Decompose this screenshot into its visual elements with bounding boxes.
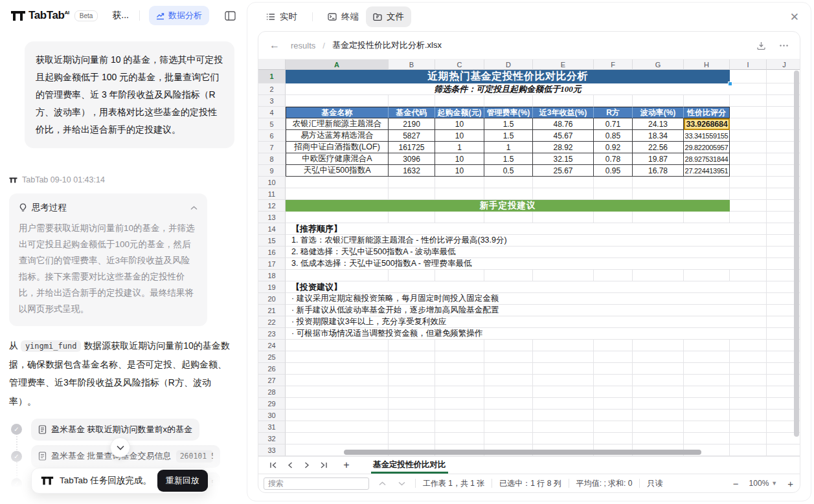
- row-header-12[interactable]: 12: [258, 200, 286, 212]
- chat-scroll-area[interactable]: 获取近期访问量前 10 的基金，筛选其中可定投且起购金额低于 100 元的基金，…: [0, 31, 245, 504]
- cell[interactable]: [633, 375, 684, 386]
- cell[interactable]: [286, 421, 389, 433]
- table-data-cell[interactable]: 25.67: [533, 165, 594, 177]
- cell[interactable]: [730, 281, 767, 293]
- cell[interactable]: [286, 410, 389, 421]
- cell[interactable]: [684, 398, 730, 410]
- cell[interactable]: [435, 398, 484, 410]
- row-header-23[interactable]: 23: [258, 328, 286, 340]
- cell[interactable]: [633, 212, 684, 223]
- row-header-25[interactable]: 25: [258, 351, 286, 363]
- row-header-20[interactable]: 20: [258, 293, 286, 305]
- table-data-cell[interactable]: 16.78: [633, 165, 684, 177]
- column-header-D[interactable]: D: [484, 60, 533, 70]
- recommendation-cell[interactable]: 3. 低成本选择：天弘中证500指数A - 管理费率最低: [286, 258, 730, 270]
- cell[interactable]: [730, 433, 767, 444]
- cell[interactable]: [594, 351, 633, 363]
- cell[interactable]: [484, 351, 533, 363]
- cell[interactable]: [286, 212, 389, 223]
- cell[interactable]: [684, 212, 730, 223]
- cell[interactable]: [435, 410, 484, 421]
- table-header-cell[interactable]: 管理费率(%): [484, 107, 533, 118]
- table-data-cell[interactable]: 18.34: [633, 130, 684, 142]
- cell[interactable]: [633, 398, 684, 410]
- row-header-6[interactable]: 6: [258, 130, 286, 142]
- cell[interactable]: [594, 410, 633, 421]
- table-data-cell[interactable]: 1.5: [484, 118, 533, 130]
- sidebar-toggle-icon[interactable]: [225, 11, 236, 21]
- vertical-scrollbar-thumb[interactable]: [794, 71, 799, 437]
- cell[interactable]: [730, 375, 767, 386]
- row-header-7[interactable]: 7: [258, 142, 286, 153]
- column-header-F[interactable]: F: [594, 60, 633, 70]
- row-header-32[interactable]: 32: [258, 433, 286, 444]
- cell[interactable]: [594, 421, 633, 433]
- search-next-icon[interactable]: [396, 481, 408, 486]
- row-header-14[interactable]: 14: [258, 223, 286, 235]
- column-header-A[interactable]: A: [286, 60, 389, 70]
- cell[interactable]: [286, 363, 389, 375]
- cell[interactable]: [435, 386, 484, 398]
- cell[interactable]: [730, 153, 767, 165]
- cell[interactable]: [730, 328, 767, 340]
- table-data-cell[interactable]: 1: [484, 142, 533, 153]
- cell[interactable]: [286, 270, 389, 281]
- cell[interactable]: [730, 316, 767, 328]
- cell[interactable]: [435, 433, 484, 444]
- recommendation-cell[interactable]: 2. 稳健选择：天弘中证500指数A - 波动率最低: [286, 247, 730, 258]
- cell[interactable]: [533, 188, 594, 200]
- cell[interactable]: [730, 70, 767, 83]
- row-header-16[interactable]: 16: [258, 247, 286, 258]
- selection-handle[interactable]: [728, 82, 732, 86]
- cell[interactable]: [730, 83, 767, 95]
- row-header-10[interactable]: 10: [258, 177, 286, 188]
- table-data-cell[interactable]: 29.822005957: [684, 142, 730, 153]
- cell[interactable]: [594, 363, 633, 375]
- download-icon[interactable]: [756, 41, 766, 50]
- cell[interactable]: [484, 363, 533, 375]
- table-header-cell[interactable]: 起购金额(元): [435, 107, 484, 118]
- table-data-cell[interactable]: 0.85: [594, 130, 633, 142]
- cell[interactable]: [484, 212, 533, 223]
- table-header-cell[interactable]: 波动率(%): [633, 107, 684, 118]
- cell[interactable]: [484, 433, 533, 444]
- cell[interactable]: [684, 375, 730, 386]
- cell[interactable]: [730, 200, 767, 212]
- recommend-header-cell[interactable]: 【推荐顺序】: [286, 223, 730, 235]
- cell[interactable]: [389, 212, 435, 223]
- table-data-cell[interactable]: 招商中证白酒指数(LOF): [286, 142, 389, 153]
- cell[interactable]: [684, 340, 730, 351]
- more-menu-icon[interactable]: [779, 41, 789, 50]
- cell[interactable]: [633, 410, 684, 421]
- cell[interactable]: [286, 375, 389, 386]
- cell[interactable]: [730, 235, 767, 247]
- cell[interactable]: [730, 258, 767, 270]
- table-data-cell[interactable]: 10: [435, 130, 484, 142]
- cell[interactable]: [533, 375, 594, 386]
- cell[interactable]: [633, 421, 684, 433]
- cell[interactable]: [533, 270, 594, 281]
- table-data-cell[interactable]: 0.71: [594, 118, 633, 130]
- cell[interactable]: [633, 386, 684, 398]
- cell[interactable]: [389, 177, 435, 188]
- advice-cell[interactable]: · 建议采用定期定额投资策略，每月固定时间投入固定金额: [286, 293, 730, 305]
- cell[interactable]: [594, 95, 633, 107]
- cell[interactable]: [286, 188, 389, 200]
- tab-files[interactable]: 文件: [366, 6, 411, 27]
- cell[interactable]: [389, 95, 435, 107]
- table-header-cell[interactable]: R方: [594, 107, 633, 118]
- column-header-J[interactable]: J: [767, 60, 800, 70]
- table-header-cell[interactable]: 基金名称: [286, 107, 389, 118]
- cell[interactable]: [484, 386, 533, 398]
- table-data-cell[interactable]: 2190: [389, 118, 435, 130]
- first-sheet-icon[interactable]: [266, 459, 280, 472]
- scroll-to-bottom-button[interactable]: [110, 437, 130, 457]
- cell[interactable]: [533, 386, 594, 398]
- cell[interactable]: [730, 95, 767, 107]
- cell[interactable]: [533, 398, 594, 410]
- cell[interactable]: [484, 410, 533, 421]
- cell[interactable]: [730, 305, 767, 316]
- row-header-1[interactable]: 1: [258, 70, 286, 83]
- cell[interactable]: [286, 351, 389, 363]
- cell[interactable]: [684, 386, 730, 398]
